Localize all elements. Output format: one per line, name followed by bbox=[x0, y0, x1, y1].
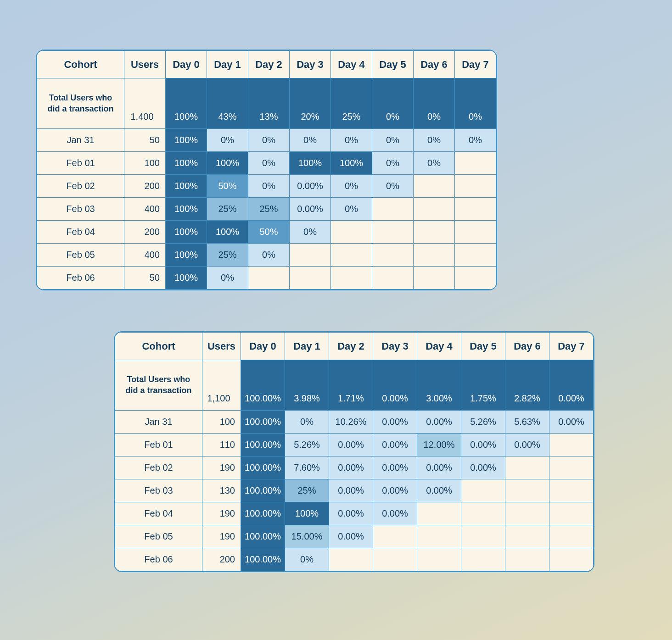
heat-cell bbox=[414, 221, 455, 244]
heat-cell bbox=[461, 548, 505, 571]
heat-cell: 0.00% bbox=[373, 479, 417, 502]
heat-cell: 0% bbox=[248, 129, 290, 152]
heat-cell: 100% bbox=[166, 267, 207, 289]
row-cohort-label: Feb 02 bbox=[115, 456, 202, 479]
table-row: Feb 05400100%25%0% bbox=[37, 244, 496, 267]
heat-cell bbox=[417, 502, 461, 525]
heat-cell: 0% bbox=[372, 152, 414, 175]
row-cohort-label: Feb 02 bbox=[37, 175, 124, 198]
header-day: Day 1 bbox=[285, 333, 329, 360]
header-day: Day 1 bbox=[207, 51, 248, 78]
heat-cell: 0% bbox=[248, 244, 290, 267]
heat-cell: 0.00% bbox=[329, 525, 373, 548]
heat-cell: 5.26% bbox=[285, 434, 329, 456]
heat-cell: 100% bbox=[166, 198, 207, 221]
heat-cell: 25% bbox=[207, 244, 248, 267]
row-cohort-label: Feb 03 bbox=[37, 198, 124, 221]
heat-cell: 0.00% bbox=[461, 456, 505, 479]
heat-cell: 0% bbox=[285, 548, 329, 571]
heat-cell: 0.00% bbox=[461, 434, 505, 456]
heat-cell bbox=[455, 244, 496, 267]
cohort-table-1-grid: CohortUsersDay 0Day 1Day 2Day 3Day 4Day … bbox=[37, 50, 496, 289]
heat-cell: 100.00% bbox=[241, 502, 285, 525]
total-row-cell: 0% bbox=[414, 78, 455, 129]
heat-cell bbox=[414, 267, 455, 289]
heat-cell: 0.00% bbox=[505, 434, 549, 456]
heat-cell bbox=[455, 221, 496, 244]
total-row-users: 1,400 bbox=[124, 78, 166, 129]
header-day: Day 0 bbox=[241, 333, 285, 360]
table-row: Feb 06200100.00%0% bbox=[115, 548, 594, 571]
table-row: Feb 01110100.00%5.26%0.00%0.00%12.00%0.0… bbox=[115, 434, 594, 456]
heat-cell: 15.00% bbox=[285, 525, 329, 548]
heat-cell bbox=[455, 198, 496, 221]
total-row-cell: 3.98% bbox=[285, 360, 329, 411]
heat-cell: 0% bbox=[414, 129, 455, 152]
total-row-cell: 100% bbox=[166, 78, 207, 129]
row-cohort-label: Jan 31 bbox=[37, 129, 124, 152]
heat-cell: 0.00% bbox=[417, 411, 461, 434]
total-row-cell: 25% bbox=[331, 78, 372, 129]
total-row-cell: 1.75% bbox=[461, 360, 505, 411]
row-cohort-label: Feb 05 bbox=[115, 525, 202, 548]
table-row: Feb 04190100.00%100%0.00%0.00% bbox=[115, 502, 594, 525]
table-row: Feb 0650100%0% bbox=[37, 267, 496, 289]
heat-cell bbox=[329, 548, 373, 571]
total-row-users: 1,100 bbox=[202, 360, 241, 411]
row-users: 50 bbox=[124, 267, 166, 289]
heat-cell: 100.00% bbox=[241, 411, 285, 434]
table-row: Jan 31100100.00%0%10.26%0.00%0.00%5.26%5… bbox=[115, 411, 594, 434]
cohort-table-2: CohortUsersDay 0Day 1Day 2Day 3Day 4Day … bbox=[114, 331, 594, 572]
row-cohort-label: Jan 31 bbox=[115, 411, 202, 434]
heat-cell: 0% bbox=[207, 129, 248, 152]
total-row-cell: 13% bbox=[248, 78, 290, 129]
total-row-cell: 2.82% bbox=[505, 360, 549, 411]
heat-cell: 0% bbox=[248, 152, 290, 175]
heat-cell bbox=[505, 502, 549, 525]
heat-cell: 0.00% bbox=[373, 411, 417, 434]
heat-cell bbox=[417, 525, 461, 548]
heat-cell bbox=[331, 267, 372, 289]
heat-cell bbox=[461, 525, 505, 548]
total-row-cell: 0.00% bbox=[373, 360, 417, 411]
heat-cell: 100.00% bbox=[241, 434, 285, 456]
heat-cell bbox=[290, 267, 331, 289]
heat-cell: 0% bbox=[372, 129, 414, 152]
row-users: 50 bbox=[124, 129, 166, 152]
heat-cell: 0.00% bbox=[417, 456, 461, 479]
table-header: CohortUsersDay 0Day 1Day 2Day 3Day 4Day … bbox=[115, 333, 594, 360]
heat-cell bbox=[505, 525, 549, 548]
row-users: 100 bbox=[202, 411, 241, 434]
heat-cell: 0% bbox=[290, 221, 331, 244]
row-users: 100 bbox=[124, 152, 166, 175]
table-row: Feb 03400100%25%25%0.00%0% bbox=[37, 198, 496, 221]
heat-cell: 100% bbox=[207, 152, 248, 175]
heat-cell: 100.00% bbox=[241, 548, 285, 571]
heat-cell: 100% bbox=[166, 175, 207, 198]
header-cohort: Cohort bbox=[115, 333, 202, 360]
row-cohort-label: Feb 03 bbox=[115, 479, 202, 502]
heat-cell: 0% bbox=[285, 411, 329, 434]
row-cohort-label: Feb 05 bbox=[37, 244, 124, 267]
table-row: Feb 01100100%100%0%100%100%0%0% bbox=[37, 152, 496, 175]
heat-cell: 0% bbox=[290, 129, 331, 152]
heat-cell: 100% bbox=[285, 502, 329, 525]
heat-cell: 50% bbox=[248, 221, 290, 244]
header-day: Day 4 bbox=[417, 333, 461, 360]
heat-cell: 0% bbox=[248, 175, 290, 198]
heat-cell bbox=[373, 525, 417, 548]
heat-cell: 0.00% bbox=[290, 175, 331, 198]
row-users: 190 bbox=[202, 502, 241, 525]
heat-cell bbox=[549, 548, 594, 571]
heat-cell: 100% bbox=[331, 152, 372, 175]
heat-cell bbox=[414, 244, 455, 267]
total-row-cell: 20% bbox=[290, 78, 331, 129]
row-cohort-label: Feb 06 bbox=[37, 267, 124, 289]
row-users: 190 bbox=[202, 525, 241, 548]
total-row-cell: 0% bbox=[455, 78, 496, 129]
table-row: Feb 02200100%50%0%0.00%0%0% bbox=[37, 175, 496, 198]
header-day: Day 0 bbox=[166, 51, 207, 78]
heat-cell: 0.00% bbox=[329, 502, 373, 525]
header-users: Users bbox=[124, 51, 166, 78]
row-cohort-label: Feb 01 bbox=[37, 152, 124, 175]
